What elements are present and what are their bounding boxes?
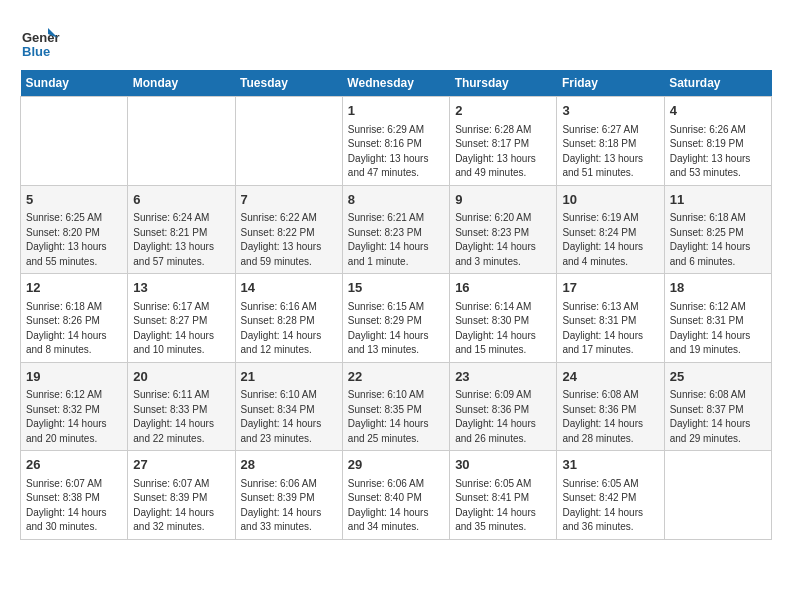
day-number: 9: [455, 190, 551, 210]
calendar-cell: 4Sunrise: 6:26 AM Sunset: 8:19 PM Daylig…: [664, 97, 771, 186]
weekday-header: Wednesday: [342, 70, 449, 97]
day-info: Sunrise: 6:08 AM Sunset: 8:36 PM Dayligh…: [562, 388, 658, 446]
day-number: 8: [348, 190, 444, 210]
day-number: 2: [455, 101, 551, 121]
day-number: 5: [26, 190, 122, 210]
day-info: Sunrise: 6:28 AM Sunset: 8:17 PM Dayligh…: [455, 123, 551, 181]
calendar-header: SundayMondayTuesdayWednesdayThursdayFrid…: [21, 70, 772, 97]
day-number: 28: [241, 455, 337, 475]
day-info: Sunrise: 6:16 AM Sunset: 8:28 PM Dayligh…: [241, 300, 337, 358]
day-info: Sunrise: 6:08 AM Sunset: 8:37 PM Dayligh…: [670, 388, 766, 446]
calendar-cell: 29Sunrise: 6:06 AM Sunset: 8:40 PM Dayli…: [342, 451, 449, 540]
day-number: 27: [133, 455, 229, 475]
calendar-cell: 6Sunrise: 6:24 AM Sunset: 8:21 PM Daylig…: [128, 185, 235, 274]
day-info: Sunrise: 6:09 AM Sunset: 8:36 PM Dayligh…: [455, 388, 551, 446]
day-number: 20: [133, 367, 229, 387]
day-info: Sunrise: 6:11 AM Sunset: 8:33 PM Dayligh…: [133, 388, 229, 446]
calendar-cell: 10Sunrise: 6:19 AM Sunset: 8:24 PM Dayli…: [557, 185, 664, 274]
day-info: Sunrise: 6:17 AM Sunset: 8:27 PM Dayligh…: [133, 300, 229, 358]
day-info: Sunrise: 6:05 AM Sunset: 8:42 PM Dayligh…: [562, 477, 658, 535]
day-number: 17: [562, 278, 658, 298]
logo-icon: General Blue: [20, 20, 60, 60]
day-number: 7: [241, 190, 337, 210]
calendar-cell: 19Sunrise: 6:12 AM Sunset: 8:32 PM Dayli…: [21, 362, 128, 451]
day-info: Sunrise: 6:07 AM Sunset: 8:39 PM Dayligh…: [133, 477, 229, 535]
calendar-cell: 31Sunrise: 6:05 AM Sunset: 8:42 PM Dayli…: [557, 451, 664, 540]
svg-text:General: General: [22, 30, 60, 45]
day-info: Sunrise: 6:20 AM Sunset: 8:23 PM Dayligh…: [455, 211, 551, 269]
calendar-cell: 27Sunrise: 6:07 AM Sunset: 8:39 PM Dayli…: [128, 451, 235, 540]
calendar-cell: [128, 97, 235, 186]
day-info: Sunrise: 6:24 AM Sunset: 8:21 PM Dayligh…: [133, 211, 229, 269]
calendar-week-row: 12Sunrise: 6:18 AM Sunset: 8:26 PM Dayli…: [21, 274, 772, 363]
day-number: 16: [455, 278, 551, 298]
calendar-cell: 2Sunrise: 6:28 AM Sunset: 8:17 PM Daylig…: [450, 97, 557, 186]
weekday-header: Sunday: [21, 70, 128, 97]
calendar-cell: 21Sunrise: 6:10 AM Sunset: 8:34 PM Dayli…: [235, 362, 342, 451]
calendar-cell: 1Sunrise: 6:29 AM Sunset: 8:16 PM Daylig…: [342, 97, 449, 186]
svg-text:Blue: Blue: [22, 44, 50, 59]
day-info: Sunrise: 6:12 AM Sunset: 8:31 PM Dayligh…: [670, 300, 766, 358]
calendar-cell: [664, 451, 771, 540]
calendar-cell: 15Sunrise: 6:15 AM Sunset: 8:29 PM Dayli…: [342, 274, 449, 363]
calendar-cell: 8Sunrise: 6:21 AM Sunset: 8:23 PM Daylig…: [342, 185, 449, 274]
day-info: Sunrise: 6:15 AM Sunset: 8:29 PM Dayligh…: [348, 300, 444, 358]
day-info: Sunrise: 6:18 AM Sunset: 8:26 PM Dayligh…: [26, 300, 122, 358]
day-number: 1: [348, 101, 444, 121]
calendar-cell: 24Sunrise: 6:08 AM Sunset: 8:36 PM Dayli…: [557, 362, 664, 451]
day-info: Sunrise: 6:22 AM Sunset: 8:22 PM Dayligh…: [241, 211, 337, 269]
calendar-week-row: 5Sunrise: 6:25 AM Sunset: 8:20 PM Daylig…: [21, 185, 772, 274]
day-number: 18: [670, 278, 766, 298]
calendar-body: 1Sunrise: 6:29 AM Sunset: 8:16 PM Daylig…: [21, 97, 772, 540]
calendar-cell: 16Sunrise: 6:14 AM Sunset: 8:30 PM Dayli…: [450, 274, 557, 363]
calendar-cell: 22Sunrise: 6:10 AM Sunset: 8:35 PM Dayli…: [342, 362, 449, 451]
day-number: 15: [348, 278, 444, 298]
day-number: 22: [348, 367, 444, 387]
day-number: 11: [670, 190, 766, 210]
day-number: 26: [26, 455, 122, 475]
day-number: 31: [562, 455, 658, 475]
calendar-table: SundayMondayTuesdayWednesdayThursdayFrid…: [20, 70, 772, 540]
calendar-week-row: 1Sunrise: 6:29 AM Sunset: 8:16 PM Daylig…: [21, 97, 772, 186]
day-info: Sunrise: 6:05 AM Sunset: 8:41 PM Dayligh…: [455, 477, 551, 535]
day-number: 19: [26, 367, 122, 387]
day-info: Sunrise: 6:19 AM Sunset: 8:24 PM Dayligh…: [562, 211, 658, 269]
day-number: 24: [562, 367, 658, 387]
calendar-cell: 17Sunrise: 6:13 AM Sunset: 8:31 PM Dayli…: [557, 274, 664, 363]
calendar-cell: 7Sunrise: 6:22 AM Sunset: 8:22 PM Daylig…: [235, 185, 342, 274]
calendar-cell: 3Sunrise: 6:27 AM Sunset: 8:18 PM Daylig…: [557, 97, 664, 186]
day-info: Sunrise: 6:25 AM Sunset: 8:20 PM Dayligh…: [26, 211, 122, 269]
calendar-cell: 14Sunrise: 6:16 AM Sunset: 8:28 PM Dayli…: [235, 274, 342, 363]
day-number: 30: [455, 455, 551, 475]
day-info: Sunrise: 6:26 AM Sunset: 8:19 PM Dayligh…: [670, 123, 766, 181]
day-number: 6: [133, 190, 229, 210]
day-info: Sunrise: 6:12 AM Sunset: 8:32 PM Dayligh…: [26, 388, 122, 446]
day-info: Sunrise: 6:27 AM Sunset: 8:18 PM Dayligh…: [562, 123, 658, 181]
day-info: Sunrise: 6:13 AM Sunset: 8:31 PM Dayligh…: [562, 300, 658, 358]
page-header: General Blue: [20, 20, 772, 60]
day-number: 3: [562, 101, 658, 121]
day-number: 25: [670, 367, 766, 387]
day-info: Sunrise: 6:07 AM Sunset: 8:38 PM Dayligh…: [26, 477, 122, 535]
calendar-cell: 5Sunrise: 6:25 AM Sunset: 8:20 PM Daylig…: [21, 185, 128, 274]
calendar-cell: 13Sunrise: 6:17 AM Sunset: 8:27 PM Dayli…: [128, 274, 235, 363]
day-number: 10: [562, 190, 658, 210]
weekday-header: Friday: [557, 70, 664, 97]
day-info: Sunrise: 6:21 AM Sunset: 8:23 PM Dayligh…: [348, 211, 444, 269]
calendar-cell: [235, 97, 342, 186]
calendar-cell: 25Sunrise: 6:08 AM Sunset: 8:37 PM Dayli…: [664, 362, 771, 451]
calendar-week-row: 26Sunrise: 6:07 AM Sunset: 8:38 PM Dayli…: [21, 451, 772, 540]
calendar-cell: 30Sunrise: 6:05 AM Sunset: 8:41 PM Dayli…: [450, 451, 557, 540]
calendar-cell: 26Sunrise: 6:07 AM Sunset: 8:38 PM Dayli…: [21, 451, 128, 540]
day-number: 13: [133, 278, 229, 298]
logo: General Blue: [20, 20, 64, 60]
day-number: 29: [348, 455, 444, 475]
weekday-header: Tuesday: [235, 70, 342, 97]
calendar-cell: 20Sunrise: 6:11 AM Sunset: 8:33 PM Dayli…: [128, 362, 235, 451]
calendar-cell: 11Sunrise: 6:18 AM Sunset: 8:25 PM Dayli…: [664, 185, 771, 274]
day-info: Sunrise: 6:06 AM Sunset: 8:39 PM Dayligh…: [241, 477, 337, 535]
day-info: Sunrise: 6:29 AM Sunset: 8:16 PM Dayligh…: [348, 123, 444, 181]
day-number: 23: [455, 367, 551, 387]
day-number: 14: [241, 278, 337, 298]
day-info: Sunrise: 6:10 AM Sunset: 8:35 PM Dayligh…: [348, 388, 444, 446]
